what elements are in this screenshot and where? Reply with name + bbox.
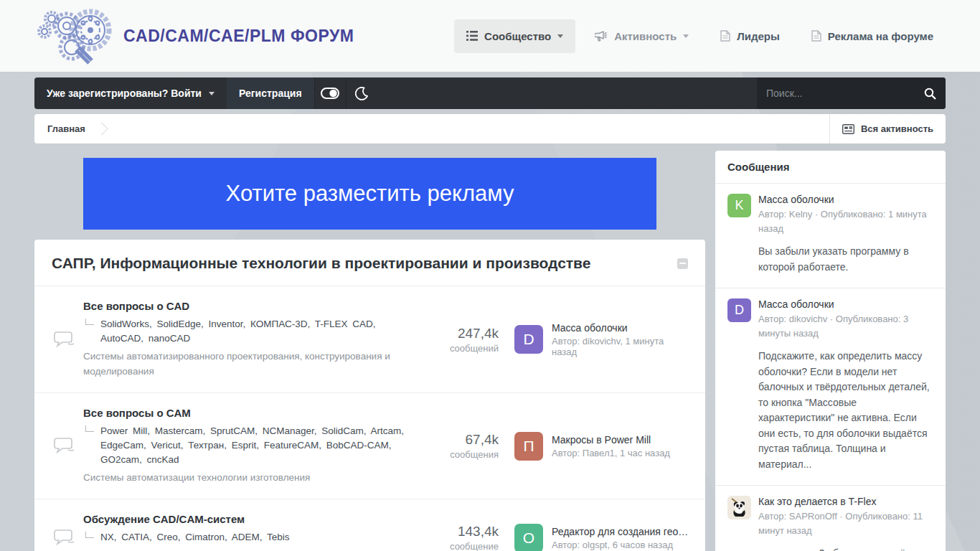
main-nav: Сообщество Активность Лидеры Реклама на … <box>454 19 946 53</box>
post-meta: Автор: Kelny · Опубликовано: 1 минута на… <box>758 207 933 236</box>
posts-count-label: сообщения <box>430 449 499 460</box>
sidebar-post: D Масса оболочки Автор: dikovichv · Опуб… <box>715 288 946 486</box>
posts-count: 247,4k <box>430 326 499 342</box>
banner-text: Хотите разместить рекламу <box>226 181 514 207</box>
last-post-meta: Автор: dikovichv, 1 минута назад <box>552 336 691 357</box>
category-title-link[interactable]: САПР, Информационные технологии в проект… <box>52 255 590 272</box>
sidebar-post: K Масса оболочки Автор: Kelny · Опублико… <box>715 184 946 288</box>
breadcrumb: Главная Вся активность <box>34 114 946 143</box>
last-post-meta: Автор: Павел1, 1 час назад <box>552 448 670 458</box>
avatar[interactable]: O <box>514 524 543 551</box>
last-post-meta: Автор: olgspt, 6 часов назад <box>552 540 691 550</box>
tree-branch-icon <box>85 319 94 325</box>
subforum-links[interactable]: Power Mill, Mastercam, SprutCAM, NCManag… <box>100 424 420 467</box>
login-button[interactable]: Уже зарегистрированы? Войти <box>34 77 227 109</box>
nav-activity-label: Активность <box>614 30 677 42</box>
activity-stream-icon <box>842 124 854 134</box>
nav-community[interactable]: Сообщество <box>454 19 575 53</box>
theme-toggle-button[interactable] <box>314 77 346 109</box>
collapse-category-button[interactable] <box>677 258 688 269</box>
forum-description: Системы автоматизации технологии изготов… <box>83 470 420 485</box>
register-label: Регистрация <box>239 88 302 99</box>
sidebar-post: Как это делается в T-Flex Автор: SAPRonO… <box>715 486 946 551</box>
nav-community-label: Сообщество <box>484 30 551 42</box>
post-meta: Автор: SAPRonOff · Опубликовано: 11 мину… <box>758 509 933 538</box>
user-bar-spacer <box>377 77 757 109</box>
document-icon <box>720 30 730 42</box>
moon-icon <box>355 87 368 100</box>
nav-advertising[interactable]: Реклама на форуме <box>799 19 946 53</box>
search-input[interactable] <box>766 88 924 99</box>
last-post: O Редактор для создания геоме… Автор: ol… <box>514 524 691 551</box>
document-icon <box>811 30 821 42</box>
chevron-down-icon <box>557 34 563 38</box>
nav-leaders[interactable]: Лидеры <box>708 19 792 53</box>
login-label: Уже зарегистрированы? Войти <box>47 88 202 99</box>
megaphone-icon <box>595 31 608 42</box>
last-post: П Макросы в Power Mill Автор: Павел1, 1 … <box>514 432 691 461</box>
posts-count-label: сообщений <box>430 343 499 354</box>
nav-leaders-label: Лидеры <box>737 30 780 42</box>
last-post-title-link[interactable]: Масса оболочки <box>552 322 691 334</box>
last-post: D Масса оболочки Автор: dikovichv, 1 мин… <box>514 322 691 357</box>
comments-icon <box>46 437 83 455</box>
posts-count: 143,4k <box>430 524 499 540</box>
tree-branch-icon <box>85 532 94 538</box>
user-bar: Уже зарегистрированы? Войти Регистрация <box>34 77 946 109</box>
posts-count-label: сообщение <box>430 541 499 551</box>
avatar[interactable]: П <box>514 432 543 461</box>
all-activity-label: Вся активность <box>861 123 933 134</box>
comments-icon <box>46 529 83 547</box>
forum-row: Все вопросы о CAM Power Mill, Mastercam,… <box>34 393 705 499</box>
subforum-links[interactable]: NX, CATIA, Creo, Cimatron, ADEM, Tebis <box>100 530 290 545</box>
avatar[interactable]: D <box>727 298 751 322</box>
category-header: САПР, Информационные технологии в проект… <box>34 240 705 286</box>
post-title-link[interactable]: Масса оболочки <box>758 298 933 310</box>
site-header: CAD/CAM/CAE/PLM ФОРУМ Сообщество Активно… <box>0 0 980 72</box>
comments-icon <box>46 331 83 349</box>
forum-stats: 247,4k сообщений <box>430 326 499 354</box>
chevron-down-icon <box>683 34 689 38</box>
post-meta: Автор: dikovichv · Опубликовано: 3 минут… <box>758 312 933 341</box>
nav-advertising-label: Реклама на форуме <box>828 30 933 42</box>
sidebar-title: Сообщения <box>715 151 946 184</box>
forum-row: Все вопросы о CAD SolidWorks, SolidEdge,… <box>34 286 705 393</box>
list-icon <box>466 31 478 41</box>
nav-activity[interactable]: Активность <box>583 19 701 53</box>
messages-sidebar: Сообщения K Масса оболочки Автор: Kelny … <box>715 151 946 551</box>
chevron-down-icon <box>209 92 215 95</box>
post-excerpt[interactable]: Вы забыли указать программу в которой ра… <box>758 244 933 275</box>
panda-avatar[interactable] <box>727 496 751 519</box>
post-title-link[interactable]: Масса оболочки <box>758 194 933 205</box>
forum-row: Обсуждение CAD/CAM-систем NX, CATIA, Cre… <box>34 499 705 551</box>
last-post-title-link[interactable]: Макросы в Power Mill <box>552 434 670 446</box>
forum-title-link[interactable]: Все вопросы о CAM <box>83 407 191 419</box>
subforum-links[interactable]: SolidWorks, SolidEdge, Inventor, КОМПАС-… <box>100 317 420 346</box>
register-button[interactable]: Регистрация <box>227 77 314 109</box>
forum-title-link[interactable]: Обсуждение CAD/CAM-систем <box>83 513 245 525</box>
site-title[interactable]: CAD/CAM/CAE/PLM ФОРУМ <box>123 27 354 46</box>
avatar[interactable]: K <box>727 194 751 217</box>
toggle-switch-icon <box>321 88 339 99</box>
forum-stats: 67,4k сообщения <box>430 432 499 460</box>
search-icon[interactable] <box>924 88 936 100</box>
panda-avatar-image <box>727 496 751 519</box>
forum-description: Системы автоматизированного проектирован… <box>83 349 420 379</box>
post-title-link[interactable]: Как это делается в T-Flex <box>758 496 933 507</box>
forum-stats: 143,4k сообщение <box>430 524 499 551</box>
avatar[interactable]: D <box>514 325 543 354</box>
breadcrumb-home-link[interactable]: Главная <box>34 114 98 143</box>
tree-branch-icon <box>85 425 94 432</box>
gears-logo[interactable] <box>34 3 122 69</box>
all-activity-button[interactable]: Вся активность <box>829 114 946 143</box>
last-post-title-link[interactable]: Редактор для создания геоме… <box>552 526 691 537</box>
posts-count: 67,4k <box>430 432 499 448</box>
search-box <box>757 77 946 109</box>
forum-title-link[interactable]: Все вопросы о CAD <box>83 300 189 312</box>
advertising-banner[interactable]: Хотите разместить рекламу <box>83 158 656 230</box>
forum-description: Вопросы о системах содержащих CAD и CAM <box>83 547 420 551</box>
dark-mode-button[interactable] <box>346 77 377 109</box>
main-content: Хотите разместить рекламу САПР, Информац… <box>34 151 705 551</box>
post-excerpt[interactable]: Подскажите, как определить массу оболочк… <box>758 349 933 472</box>
post-excerpt[interactable]: а конкретнее? обычно если всё правильно … <box>758 546 933 551</box>
